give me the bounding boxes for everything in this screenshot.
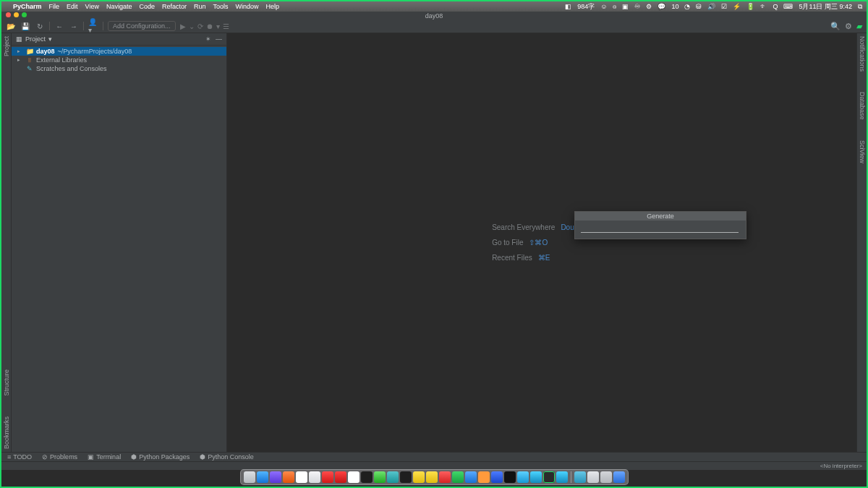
profile-icon[interactable]: ⏺ [206,22,213,30]
dock-app[interactable] [556,471,568,483]
expand-icon[interactable]: ▸ [17,48,23,54]
tab-python-console[interactable]: ⬢Python Console [200,453,254,461]
status-icon[interactable]: ◔ [684,3,690,10]
tab-python-packages[interactable]: ⬢Python Packages [131,453,190,461]
app-name[interactable]: PyCharm [13,3,42,10]
more-run-icon[interactable]: ▾ [216,22,220,30]
control-center-icon[interactable]: ⧉ [858,3,862,11]
status-icon[interactable]: ☑ [721,3,727,10]
run-config-selector[interactable]: Add Configuration... [108,21,176,31]
run-icon[interactable]: ▶ [180,22,186,30]
menu-tools[interactable]: Tools [213,3,228,10]
menu-window[interactable]: Window [236,3,259,10]
dock-app-calendar[interactable] [348,471,359,483]
dock-app[interactable] [335,471,346,483]
status-icon[interactable]: ⚡ [733,3,741,10]
tool-tab-bookmarks[interactable]: Bookmarks [3,416,10,449]
tree-row-project-root[interactable]: ▸ 📁 day08 ~/PycharmProjects/day08 [12,47,226,56]
expand-icon[interactable]: ▸ [17,57,23,63]
close-window-button[interactable] [6,12,11,17]
generate-search-input[interactable] [581,231,739,233]
panel-hide-icon[interactable]: — [216,35,222,43]
dock-app[interactable] [413,471,425,483]
tool-tab-structure[interactable]: Structure [3,369,10,396]
clock[interactable]: 5月11日 周三 9:42 [799,2,852,12]
tree-row-scratches[interactable]: ✎ Scratches and Consoles [12,64,226,73]
dock-app[interactable] [465,471,477,483]
dock-app-wechat[interactable] [374,471,386,483]
status-icon[interactable]: ⌾ [613,3,616,10]
menu-run[interactable]: Run [194,3,206,10]
settings-icon[interactable]: ⚙ [845,22,852,31]
tree-row-external-libraries[interactable]: ▸ ⫴ External Libraries [12,56,226,64]
dock-app[interactable] [452,471,464,483]
dock-app[interactable] [387,471,399,483]
menu-code[interactable]: Code [139,3,155,10]
dock-app-firefox[interactable] [283,471,294,483]
project-tree[interactable]: ▸ 📁 day08 ~/PycharmProjects/day08 ▸ ⫴ Ex… [12,46,226,74]
save-icon[interactable]: 💾 [20,21,30,31]
nav-back-icon[interactable]: ← [54,21,64,31]
dock-app-terminal[interactable] [400,471,412,483]
menu-file[interactable]: File [49,3,60,10]
reload-icon[interactable]: ↻ [35,21,45,31]
tool-tab-project[interactable]: Project [3,36,10,56]
zoom-window-button[interactable] [22,12,27,17]
volume-icon[interactable]: 🔊 [707,3,715,10]
dock-app[interactable] [504,471,516,483]
dock-app[interactable] [530,471,542,483]
status-icon[interactable]: ♾ [634,3,640,10]
battery-icon[interactable]: 🔋 [746,3,754,10]
indicator-icon[interactable]: ▰ [856,22,862,31]
dock-app[interactable] [270,471,281,483]
dock-app[interactable] [257,471,268,483]
dock-app[interactable] [574,471,586,483]
status-icon[interactable]: ☺ [600,3,607,10]
menu-view[interactable]: View [85,3,99,10]
dock-app[interactable] [322,471,333,483]
dock-app[interactable] [600,471,612,483]
interpreter-status[interactable]: <No interpreter> [820,463,862,469]
dock-app-downloads[interactable] [587,471,599,483]
tab-todo[interactable]: ≡TODO [7,453,32,461]
status-icon[interactable]: ⚙ [646,3,652,10]
tool-tab-sciview[interactable]: SciView [859,140,866,163]
tab-terminal[interactable]: ▣Terminal [88,453,121,461]
dock-app[interactable] [517,471,529,483]
menu-refactor[interactable]: Refactor [162,3,187,10]
dock-app-chrome[interactable] [296,471,307,483]
menu-edit[interactable]: Edit [67,3,78,10]
status-icon[interactable]: ▣ [622,3,629,10]
user-dropdown-icon[interactable]: 👤▾ [88,21,98,31]
dock-app[interactable] [309,471,320,483]
input-source-icon[interactable]: ⌨ [783,3,793,10]
dock-app-trash[interactable] [613,471,625,483]
dock-app[interactable] [439,471,451,483]
menu-help[interactable]: Help [266,3,280,10]
status-charcount[interactable]: 984字 [577,2,595,12]
dock-app[interactable] [491,471,503,483]
dock-app[interactable] [361,471,373,483]
dock-app[interactable] [426,471,438,483]
nav-forward-icon[interactable]: → [69,21,79,31]
spotlight-icon[interactable]: Q [773,3,778,10]
open-icon[interactable]: 📂 [6,21,16,31]
dock-app-sublime[interactable] [478,471,490,483]
minimize-window-button[interactable] [14,12,19,17]
dock-app-pycharm[interactable] [543,471,555,483]
coverage-icon[interactable]: ⟳ [197,22,203,30]
status-icon[interactable]: ⛁ [696,3,702,10]
wechat-icon[interactable]: 💬 [658,3,665,10]
panel-settings-icon[interactable]: ✶ [205,35,211,43]
chevron-down-icon[interactable]: ▾ [48,35,52,43]
debug-icon[interactable]: ⌄ [189,22,195,30]
tool-tab-database[interactable]: Database [859,92,866,120]
menu-navigate[interactable]: Navigate [106,3,132,10]
tool-tab-notifications[interactable]: Notifications [859,36,866,72]
search-icon[interactable]: 🔍 [830,22,841,31]
tab-problems[interactable]: ⊘Problems [42,453,77,461]
stop-icon[interactable]: ☰ [223,22,229,30]
dock-app-finder[interactable] [244,471,255,483]
wifi-icon[interactable]: ᯤ [760,3,767,10]
status-icon[interactable]: ◧ [565,3,571,10]
